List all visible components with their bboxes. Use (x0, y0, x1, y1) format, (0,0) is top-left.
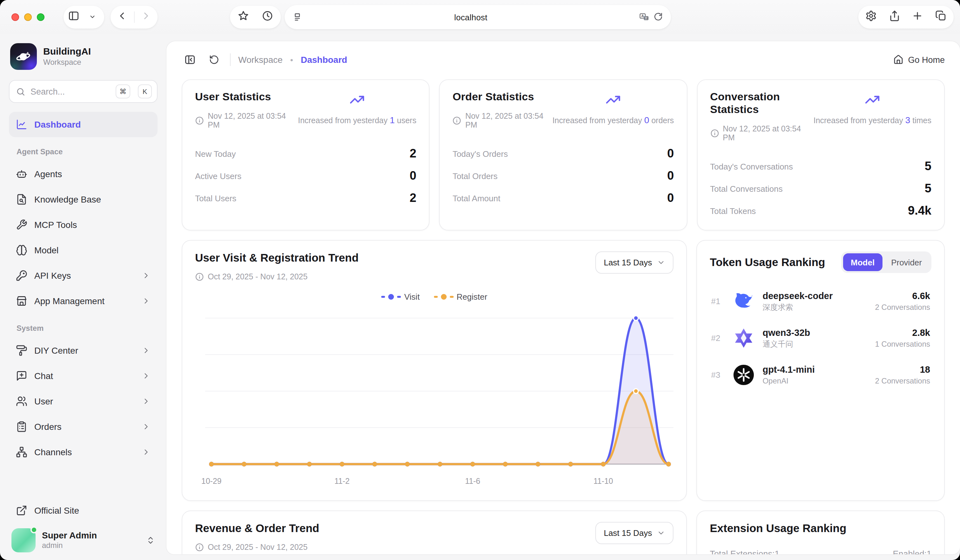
conversation-count: 2 Conversations (875, 302, 930, 313)
chart-line-icon (16, 119, 27, 130)
back-button[interactable] (112, 6, 133, 28)
revenue-trend-card: Revenue & Order Trend Oct 29, 2025 - Nov… (182, 511, 687, 554)
search-input[interactable] (30, 87, 110, 96)
chevron-down-icon (657, 258, 665, 266)
traffic-lights (11, 13, 45, 21)
trend-card-title: User Visit & Registration Trend (195, 251, 358, 265)
sidebar-item-app-management[interactable]: App Management (9, 288, 158, 314)
stat-card-title: Conversation Statistics (710, 91, 808, 116)
deepseek-logo-icon (732, 290, 755, 313)
revenue-range-select[interactable]: Last 15 Days (596, 522, 674, 544)
stat-row: Active Users 0 (195, 169, 416, 183)
external-link-icon (16, 505, 27, 516)
stat-card-delta: Increased from yesterday 3 times (814, 115, 931, 125)
info-icon (710, 129, 719, 138)
legend-item-register[interactable]: Register (434, 292, 487, 302)
sidebar-item-channels[interactable]: Channels (9, 439, 158, 465)
settings-button[interactable] (860, 6, 882, 28)
sidebar-item-agents[interactable]: Agents (9, 161, 158, 187)
address-bar[interactable]: localhost A文 (285, 5, 671, 29)
sidebar-item-official-site[interactable]: Official Site (9, 498, 158, 523)
share-icon (888, 10, 900, 24)
network-icon (16, 446, 27, 458)
go-home-button[interactable]: Go Home (893, 54, 945, 65)
trending-up-icon (605, 92, 621, 110)
sidebar-item-user[interactable]: User (9, 389, 158, 414)
forward-button[interactable] (135, 6, 157, 28)
sidebar-item-label: Orders (34, 421, 62, 432)
sidebar-item-orders[interactable]: Orders (9, 414, 158, 439)
new-tab-button[interactable] (907, 6, 928, 28)
nav-group (110, 6, 158, 29)
model-name: deepseek-coder (762, 290, 868, 302)
history-button[interactable] (257, 6, 278, 28)
legend-dot (441, 294, 446, 300)
chevron-right-icon (142, 422, 150, 431)
sidebar-item-api-keys[interactable]: API Keys (9, 263, 158, 288)
zoom-window-button[interactable] (37, 13, 45, 21)
svg-text:11-2: 11-2 (334, 477, 350, 485)
message-plus-icon (16, 370, 27, 381)
stat-row: Total Tokens 9.4k (710, 204, 931, 218)
toggle-sidebar-button[interactable] (64, 6, 84, 28)
close-window-button[interactable] (11, 13, 19, 21)
stat-row-label: Today's Orders (453, 149, 508, 158)
online-status-dot (30, 526, 37, 533)
breadcrumb-current: Dashboard (301, 54, 347, 65)
trending-up-icon (865, 92, 880, 110)
file-search-icon (16, 194, 27, 205)
chevron-down-icon (93, 11, 96, 23)
nav-divider (134, 11, 134, 23)
reader-icon[interactable] (292, 12, 302, 22)
legend-dash (397, 296, 401, 298)
sidebar-search[interactable]: ⌘ K (9, 80, 158, 103)
sidebar-item-chat[interactable]: Chat (9, 363, 158, 389)
breadcrumb-root[interactable]: Workspace (238, 54, 283, 65)
token-ranking-item[interactable]: #2 qwen3-32b 通义千问 2.8k 1 Conversations (711, 326, 930, 350)
workspace-brand[interactable]: BuildingAI Workspace (9, 41, 158, 70)
tab-overview-button[interactable] (930, 6, 952, 28)
legend-label: Visit (404, 292, 420, 302)
refresh-page-button[interactable] (206, 51, 222, 68)
sidebar-item-label: DIY Center (34, 345, 78, 356)
sidebar-item-knowledge-base[interactable]: Knowledge Base (9, 187, 158, 212)
reload-icon[interactable] (653, 12, 663, 22)
main-content: Workspace • Dashboard Go Home User Stati… (166, 41, 960, 554)
token-ranking-item[interactable]: #3 gpt-4.1-mini OpenAI 18 2 Conversation… (711, 363, 930, 387)
token-card-title: Token Usage Ranking (710, 255, 825, 269)
bookmark-button[interactable] (232, 6, 254, 28)
url-text[interactable]: localhost (302, 13, 639, 22)
stat-row-value: 0 (667, 147, 674, 161)
sidebar-panel-icon (68, 10, 79, 24)
legend-item-visit[interactable]: Visit (381, 292, 420, 302)
tab-provider[interactable]: Provider (883, 253, 930, 271)
sidebar-menu-chevron[interactable] (84, 6, 104, 28)
translate-icon[interactable]: A文 (639, 12, 649, 22)
plus-icon (912, 10, 923, 24)
model-provider: 深度求索 (762, 302, 868, 313)
sidebar-item-diy-center[interactable]: DIY Center (9, 338, 158, 363)
visit-trend-card: User Visit & Registration Trend Oct 29, … (182, 240, 687, 501)
sidebar-item-mcp-tools[interactable]: MCP Tools (9, 212, 158, 238)
minimize-window-button[interactable] (24, 13, 32, 21)
stat-card-date: Nov 12, 2025 at 03:54 PM (195, 112, 293, 129)
chevron-right-icon (141, 10, 152, 24)
sidebar-item-model[interactable]: Model (9, 238, 158, 263)
svg-text:10-29: 10-29 (202, 477, 221, 485)
sidebar-item-dashboard[interactable]: Dashboard (9, 112, 158, 137)
share-button[interactable] (883, 6, 905, 28)
token-ranking-item[interactable]: #1 deepseek-coder 深度求索 6.6k 2 Conversati… (711, 290, 930, 313)
key-icon (16, 270, 27, 281)
stats-row: User Statistics Nov 12, 2025 at 03:54 PM… (182, 79, 945, 230)
collapse-sidebar-button[interactable] (182, 51, 198, 68)
stat-row-label: Today's Conversations (710, 161, 793, 171)
user-menu[interactable]: Super Admin admin (9, 523, 158, 552)
tab-model[interactable]: Model (843, 253, 882, 271)
gear-icon (866, 10, 877, 24)
trend-range-select[interactable]: Last 15 Days (596, 251, 674, 274)
brand-name: BuildingAI (43, 46, 91, 58)
stat-row-label: Total Tokens (710, 206, 756, 215)
sidebar-item-label: MCP Tools (34, 220, 77, 230)
range-select-value: Last 15 Days (604, 258, 652, 267)
stat-row-value: 5 (925, 182, 931, 196)
